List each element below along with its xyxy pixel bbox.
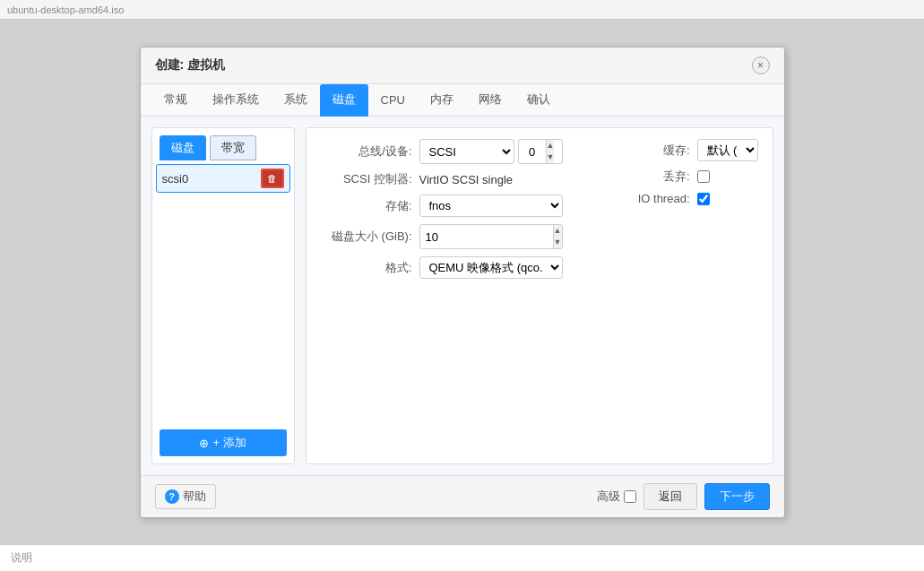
device-down-btn[interactable]: ▼ (547, 151, 555, 163)
trash-icon: 🗑 (267, 173, 277, 184)
io-thread-checkbox[interactable] (697, 193, 710, 205)
tab-cpu[interactable]: CPU (368, 86, 418, 116)
disk-list: 磁盘 带宽 scsi0 🗑 (152, 128, 294, 422)
cache-row: 缓存: 默认 (无缓存) 直写 回写 无缓存 不安全 (599, 139, 758, 161)
close-button[interactable]: × (752, 56, 770, 74)
dialog-footer: ? 帮助 高级 返回 下一步 (141, 475, 784, 517)
tab-confirm[interactable]: 确认 (514, 84, 563, 117)
disk-size-input[interactable] (420, 228, 553, 247)
bus-device-controls: SCSI IDE VirtIO SATA ▲ ▼ (419, 139, 563, 164)
delete-disk-button[interactable]: 🗑 (261, 169, 284, 188)
tab-bar: 常规 操作系统 系统 磁盘 CPU 内存 网络 确认 (141, 84, 784, 117)
storage-select[interactable]: fnos local local-lvm (419, 195, 563, 217)
right-panel: 总线/设备: SCSI IDE VirtIO SATA (306, 127, 773, 464)
create-vm-dialog: 创建: 虚拟机 × 常规 操作系统 系统 磁盘 CPU 内存 网络 确认 磁盘 … (140, 47, 785, 518)
left-panel: 磁盘 带宽 scsi0 🗑 ⊕ + 添加 (151, 127, 295, 464)
discard-checkbox-container (697, 170, 710, 183)
io-thread-checkbox-container (697, 193, 710, 205)
format-row: 格式: QEMU 映像格式 (qco... 原始磁盘镜像 (raw) VMwar… (321, 256, 563, 279)
discard-label: 丢弃: (599, 169, 697, 185)
plus-icon: ⊕ (199, 437, 209, 450)
bus-device-row: 总线/设备: SCSI IDE VirtIO SATA (321, 139, 563, 164)
format-control: QEMU 映像格式 (qco... 原始磁盘镜像 (raw) VMware 映像… (419, 256, 563, 279)
discard-row: 丢弃: (599, 169, 758, 185)
storage-label: 存储: (321, 198, 419, 214)
storage-row: 存储: fnos local local-lvm (321, 195, 563, 217)
cache-label: 缓存: (599, 143, 697, 159)
dialog-header: 创建: 虚拟机 × (141, 48, 784, 84)
discard-checkbox[interactable] (697, 170, 710, 183)
device-number-input[interactable] (519, 143, 546, 161)
scsi-controller-value: VirtIO SCSI single (419, 173, 514, 186)
bus-select[interactable]: SCSI IDE VirtIO SATA (419, 139, 514, 164)
io-thread-label: IO thread: (599, 192, 697, 205)
tab-memory[interactable]: 内存 (418, 84, 466, 117)
device-up-btn[interactable]: ▲ (547, 140, 555, 151)
footer-left: ? 帮助 (155, 484, 216, 509)
format-select[interactable]: QEMU 映像格式 (qco... 原始磁盘镜像 (raw) VMware 映像… (419, 256, 563, 279)
disk-size-row: 磁盘大小 (GiB): ▲ ▼ (321, 224, 563, 249)
question-icon: ? (165, 489, 179, 504)
disk-size-down-btn[interactable]: ▼ (554, 237, 562, 248)
top-bar-text: ubuntu-desktop-amd64.iso (7, 4, 124, 15)
help-button[interactable]: ? 帮助 (155, 484, 216, 509)
next-button[interactable]: 下一步 (704, 483, 770, 510)
add-disk-button[interactable]: ⊕ + 添加 (160, 429, 287, 456)
storage-control: fnos local local-lvm (419, 195, 563, 217)
add-btn-label: + 添加 (212, 435, 246, 451)
disk-item-label: scsi0 (162, 172, 261, 186)
bus-device-label: 总线/设备: (321, 143, 419, 160)
dialog-title: 创建: 虚拟机 (155, 57, 226, 74)
top-bar: ubuntu-desktop-amd64.iso (0, 0, 924, 20)
tab-disk[interactable]: 磁盘 (320, 84, 368, 117)
footer-right: 高级 返回 下一步 (597, 483, 770, 510)
disk-size-label: 磁盘大小 (GiB): (321, 229, 419, 245)
sub-tab-disk[interactable]: 磁盘 (160, 135, 206, 160)
disk-size-up-btn[interactable]: ▲ (554, 225, 562, 237)
tab-network[interactable]: 网络 (466, 84, 514, 117)
advanced-checkbox[interactable] (624, 490, 636, 503)
help-label: 帮助 (183, 489, 206, 505)
tab-general[interactable]: 常规 (151, 84, 200, 117)
dialog-body: 磁盘 带宽 scsi0 🗑 ⊕ + 添加 (141, 117, 784, 475)
cache-select[interactable]: 默认 (无缓存) 直写 回写 无缓存 不安全 (697, 139, 758, 161)
advanced-text: 高级 (597, 489, 620, 505)
back-button[interactable]: 返回 (643, 483, 697, 510)
format-label: 格式: (321, 260, 419, 276)
cache-control: 默认 (无缓存) 直写 回写 无缓存 不安全 (697, 139, 758, 161)
io-thread-row: IO thread: (599, 192, 758, 205)
advanced-label[interactable]: 高级 (597, 489, 636, 505)
sub-tab-bar: 磁盘 带宽 (152, 128, 294, 160)
sub-tab-bandwidth[interactable]: 带宽 (210, 135, 256, 160)
tab-system[interactable]: 系统 (272, 84, 320, 117)
page-background: 创建: 虚拟机 × 常规 操作系统 系统 磁盘 CPU 内存 网络 确认 磁盘 … (0, 20, 924, 571)
disk-list-item[interactable]: scsi0 🗑 (156, 164, 290, 193)
tab-os[interactable]: 操作系统 (200, 84, 272, 117)
bottom-note-text: 说明 (11, 550, 32, 566)
bottom-note: 说明 (0, 544, 924, 571)
scsi-controller-label: SCSI 控制器: (321, 171, 419, 187)
scsi-controller-row: SCSI 控制器: VirtIO SCSI single (321, 171, 563, 187)
